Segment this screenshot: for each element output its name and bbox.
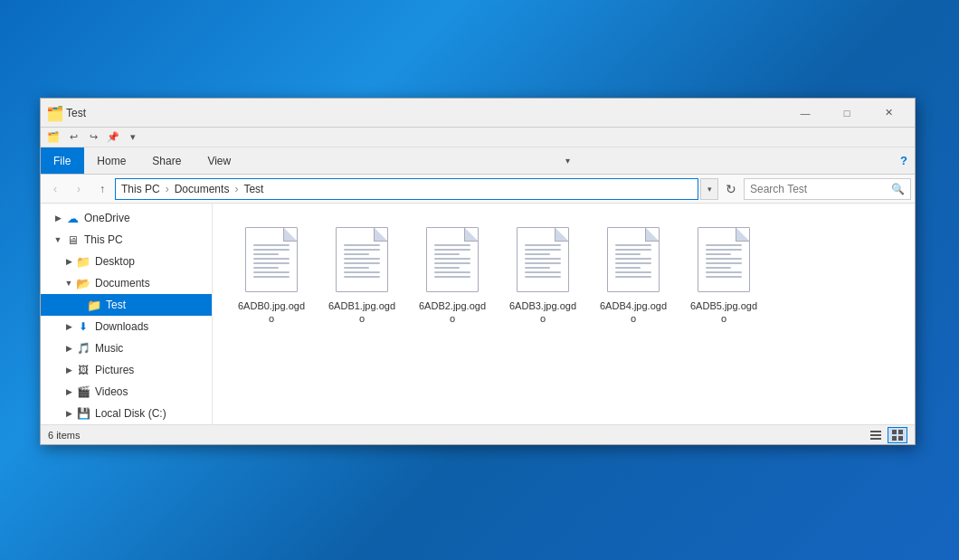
file-item[interactable]: 6ADB4.jpg.ogdo [593,218,674,331]
file-item[interactable]: 6ADB3.jpg.ogdo [502,218,584,331]
doc-icon [698,227,750,292]
quick-folder-icon[interactable]: 🗂️ [44,128,62,147]
disk-icon: 💾 [75,405,91,422]
tab-share[interactable]: Share [139,147,195,174]
expand-arrow-thispc: ▼ [52,233,64,246]
sidebar-item-localdisk[interactable]: ▶ 💾 Local Disk (C:) [41,403,212,424]
address-crumb-thispc: This PC [121,183,160,195]
window-title: Test [66,107,784,119]
expand-arrow-music: ▶ [62,342,75,355]
file-icon-wrap [421,223,484,296]
sidebar-item-onedrive[interactable]: ▶ ☁ OneDrive [41,207,212,229]
sidebar-item-downloads[interactable]: ▶ ⬇ Downloads [41,316,212,337]
desktop-label: Desktop [95,255,135,268]
item-count: 6 items [48,430,80,441]
sidebar-item-desktop[interactable]: ▶ 📁 Desktop [41,251,212,272]
minimize-button[interactable]: — [784,99,826,128]
ribbon-help[interactable]: ? [893,147,915,174]
file-item[interactable]: 6ADB2.jpg.ogdo [412,218,493,331]
expand-arrow-videos: ▶ [62,385,75,398]
svg-rect-2 [870,438,881,440]
tab-file[interactable]: File [41,147,84,174]
file-area: 6ADB0.jpg.ogdo 6ADB1.jpg.ogdo 6ADB2.jpg.… [213,204,915,424]
doc-icon [607,227,660,292]
expand-spacer-test [73,299,86,311]
address-crumb-test: Test [243,183,263,195]
quick-pin-icon[interactable]: 📌 [104,128,122,147]
doc-icon [517,227,569,292]
file-item[interactable]: 6ADB1.jpg.ogdo [321,218,403,331]
title-bar-buttons: — □ ✕ [784,99,909,128]
expand-arrow-localdisk: ▶ [62,407,75,420]
svg-rect-1 [870,434,881,436]
quick-redo-icon[interactable]: ↪ [84,128,102,147]
address-refresh-button[interactable]: ↻ [720,178,742,200]
documents-label: Documents [95,277,150,289]
ribbon: File Home Share View ▾ ? [41,147,915,175]
music-icon: 🎵 [75,340,91,356]
search-input[interactable] [750,183,891,195]
svg-rect-0 [870,431,881,432]
nav-forward-button[interactable]: › [68,178,90,200]
view-details-button[interactable] [866,427,886,443]
main-area: ▶ ☁ OneDrive ▼ 🖥 This PC ▶ 📁 Desktop ▼ 📂… [41,204,915,424]
search-submit-button[interactable]: 🔍 [891,183,905,195]
view-buttons [866,427,907,443]
ribbon-chevron[interactable]: ▾ [557,147,579,174]
sidebar-item-test[interactable]: 📁 Test [41,294,212,316]
close-button[interactable]: ✕ [868,99,909,128]
file-icon-wrap [330,223,394,296]
desktop-folder-icon: 📁 [75,253,91,270]
expand-arrow-downloads: ▶ [62,320,75,333]
file-icon-wrap [602,223,665,296]
quick-undo-icon[interactable]: ↩ [64,128,82,147]
svg-rect-3 [892,430,897,434]
file-name: 6ADB4.jpg.ogdo [598,299,669,326]
test-folder-icon: 📁 [86,297,102,313]
sidebar-item-thispc[interactable]: ▼ 🖥 This PC [41,229,212,251]
sidebar-item-pictures[interactable]: ▶ 🖼 Pictures [41,359,212,381]
expand-arrow-onedrive: ▶ [52,212,64,224]
maximize-button[interactable]: □ [826,99,868,128]
tab-home[interactable]: Home [84,147,139,174]
doc-icon [245,227,298,292]
doc-icon [336,227,388,292]
title-bar: 🗂️ Test — □ ✕ [41,99,915,128]
thispc-label: This PC [84,233,123,246]
search-box[interactable]: 🔍 [744,178,911,200]
videos-label: Videos [95,385,128,398]
sidebar-item-music[interactable]: ▶ 🎵 Music [41,337,212,359]
nav-up-button[interactable]: ↑ [91,178,113,200]
localdisk-label: Local Disk (C:) [95,407,166,420]
expand-arrow-pictures: ▶ [62,364,75,376]
file-name: 6ADB0.jpg.ogdo [236,299,307,326]
quick-toolbar: 🗂️ ↩ ↪ 📌 ▾ [41,128,915,147]
view-tiles-button[interactable] [888,427,907,443]
svg-rect-4 [898,430,903,434]
sidebar-item-videos[interactable]: ▶ 🎬 Videos [41,381,212,403]
file-item[interactable]: 6ADB5.jpg.ogdo [683,218,764,331]
address-sep-2: › [233,183,240,195]
onedrive-label: OneDrive [84,212,130,224]
quick-dropdown-icon[interactable]: ▾ [124,128,142,147]
nav-back-button[interactable]: ‹ [44,178,66,200]
sidebar: ▶ ☁ OneDrive ▼ 🖥 This PC ▶ 📁 Desktop ▼ 📂… [41,204,213,424]
address-crumb-documents: Documents [175,183,230,195]
pictures-label: Pictures [95,364,134,376]
file-icon-wrap [511,223,574,296]
onedrive-icon: ☁ [64,210,81,226]
svg-rect-6 [898,436,903,441]
file-name: 6ADB1.jpg.ogdo [327,299,397,326]
pc-icon: 🖥 [64,232,81,248]
file-item[interactable]: 6ADB0.jpg.ogdo [231,218,312,331]
svg-rect-5 [892,436,897,441]
documents-folder-icon: 📂 [75,275,91,291]
tab-view[interactable]: View [195,147,244,174]
sidebar-item-documents[interactable]: ▼ 📂 Documents [41,272,212,294]
address-dropdown-button[interactable]: ▾ [700,178,718,200]
address-sep-1: › [164,183,171,195]
doc-icon [426,227,479,292]
videos-icon: 🎬 [75,384,91,400]
expand-arrow-documents: ▼ [62,277,75,289]
address-input[interactable]: This PC › Documents › Test [115,178,698,200]
